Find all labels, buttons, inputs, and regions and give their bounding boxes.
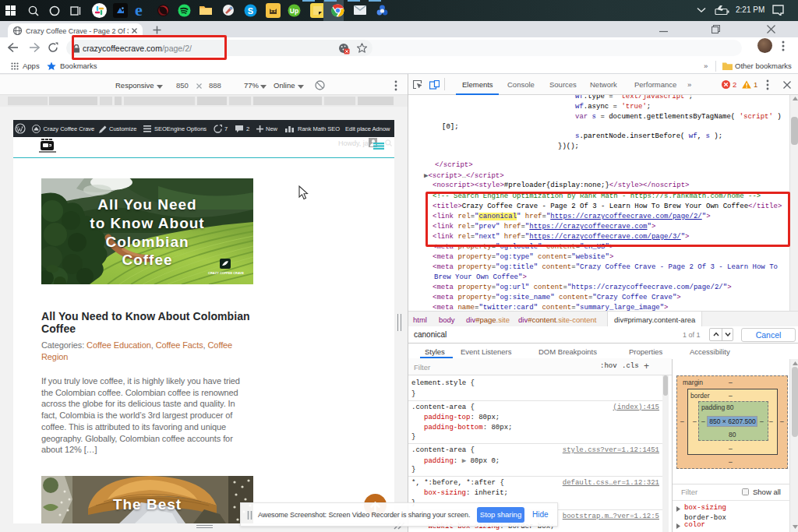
svg-text:S: S xyxy=(248,6,253,16)
svg-text:Up: Up xyxy=(290,7,298,15)
svg-text:CRAZY COFFEE CRAVE: CRAZY COFFEE CRAVE xyxy=(208,271,244,275)
